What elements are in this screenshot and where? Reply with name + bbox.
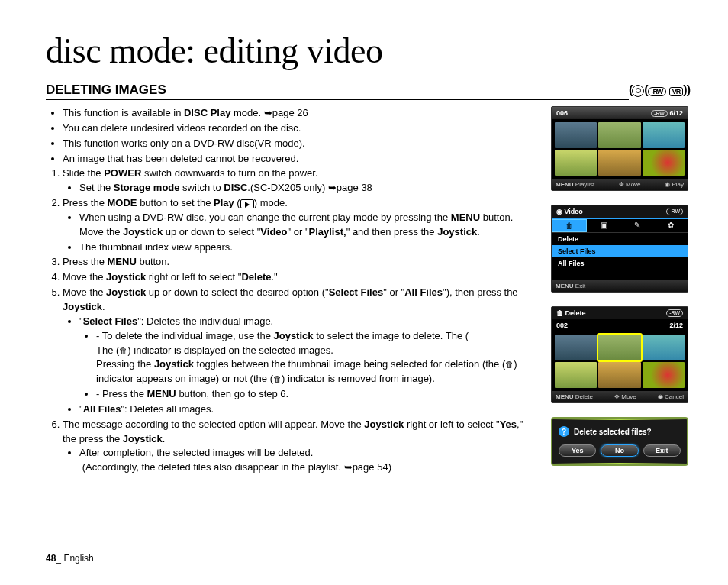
- mode-badge: ((-RW VR)): [629, 83, 690, 97]
- instruction-text: This function is available in DISC Play …: [46, 106, 539, 476]
- thumbnail: [555, 150, 597, 176]
- step-2: Press the MODE button to set the Play ()…: [63, 196, 539, 254]
- thumbnail: [555, 335, 597, 360]
- clip-count: 2/12: [669, 322, 683, 329]
- clip-count: 6/12: [669, 109, 683, 117]
- thumbnail-selected: [598, 335, 640, 360]
- step-1: Slide the POWER switch downwards to turn…: [63, 166, 539, 196]
- section-heading: DELETING IMAGES: [46, 82, 629, 100]
- thumbnail: [598, 150, 640, 176]
- yes-button: Yes: [559, 444, 596, 457]
- menu-item-select-files: Select Files: [552, 245, 688, 257]
- step-6: The message according to the selected op…: [63, 418, 539, 475]
- confirm-text: Delete selected files?: [574, 428, 652, 436]
- clip-id: 002: [556, 322, 568, 329]
- screenshot-confirm-dialog: ?Delete selected files? Yes No Exit: [551, 417, 688, 466]
- step-5-dash: To delete the individual image, use the …: [96, 329, 539, 386]
- exit-button: Exit: [643, 444, 681, 457]
- intro-bullet: This function is available in DISC Play …: [63, 106, 539, 121]
- menu-tab-icon: ✿: [654, 219, 688, 232]
- step-1-sub: Set the Storage mode switch to DISC.(SC-…: [79, 181, 539, 196]
- vr-badge: VR: [669, 87, 684, 96]
- thumbnail: [643, 150, 685, 176]
- thumbnail: [555, 122, 597, 148]
- menu-item-all-files: All Files: [552, 257, 688, 270]
- step-4: Move the Joystick right or left to selec…: [63, 270, 539, 285]
- menu-tab-icon: ✎: [620, 219, 654, 232]
- thumbnail: [643, 362, 685, 388]
- intro-bullet: This function works only on a DVD-RW dis…: [63, 137, 539, 151]
- intro-bullet: An image that has been deleted cannot be…: [63, 152, 539, 166]
- step-5-dash: Press the MENU button, then go to step 6…: [96, 387, 539, 402]
- menu-item-delete: Delete: [552, 233, 688, 245]
- thumbnail: [598, 362, 640, 388]
- step-5-selectfiles: "Select Files": Deletes the individual i…: [79, 315, 539, 402]
- trash-icon: [119, 344, 127, 356]
- step-2-sub: When using a DVD-RW disc, you can change…: [79, 211, 539, 240]
- question-icon: ?: [559, 426, 569, 437]
- step-5: Move the Joystick up or down to select t…: [63, 286, 539, 417]
- rw-badge: -RW: [648, 87, 667, 96]
- menu-tab-icon: ▣: [587, 219, 620, 232]
- figures-column: 006 -RW 6/12 MENU Playlist ✥ Move ◉ Play…: [551, 106, 690, 476]
- step-2-sub: The thumbnail index view appears.: [79, 241, 539, 255]
- trash-icon: [273, 373, 282, 384]
- no-button: No: [601, 444, 638, 457]
- rw-badge-small: -RW: [651, 110, 668, 117]
- thumbnail: [555, 362, 597, 388]
- trash-icon: [505, 358, 514, 370]
- clip-id: 006: [556, 109, 568, 117]
- disc-icon: [632, 85, 644, 97]
- step-3: Press the MENU button.: [63, 255, 539, 270]
- thumbnail: [643, 122, 685, 148]
- screenshot-delete-grid: 🗑 Delete-RW 002 2/12 MENU Delete ✥ Move …: [551, 306, 688, 403]
- thumbnail: [598, 122, 640, 148]
- page-title: disc mode: editing video: [46, 31, 690, 73]
- step-6-sub: After completion, the selected images wi…: [79, 446, 539, 475]
- menu-tab-delete-icon: 🗑: [552, 219, 587, 232]
- step-5-allfiles: "All Files": Deletes all images.: [79, 402, 539, 417]
- page-footer: 48_ English: [46, 553, 94, 564]
- play-icon: [240, 199, 254, 208]
- intro-bullet: You can delete undesired videos recorded…: [63, 121, 539, 136]
- thumbnail: [643, 335, 685, 360]
- screenshot-video-menu: ◉ Video-RW 🗑 ▣ ✎ ✿ Delete Select Files A…: [551, 205, 688, 292]
- screenshot-thumbnail-index: 006 -RW 6/12 MENU Playlist ✥ Move ◉ Play: [551, 106, 688, 191]
